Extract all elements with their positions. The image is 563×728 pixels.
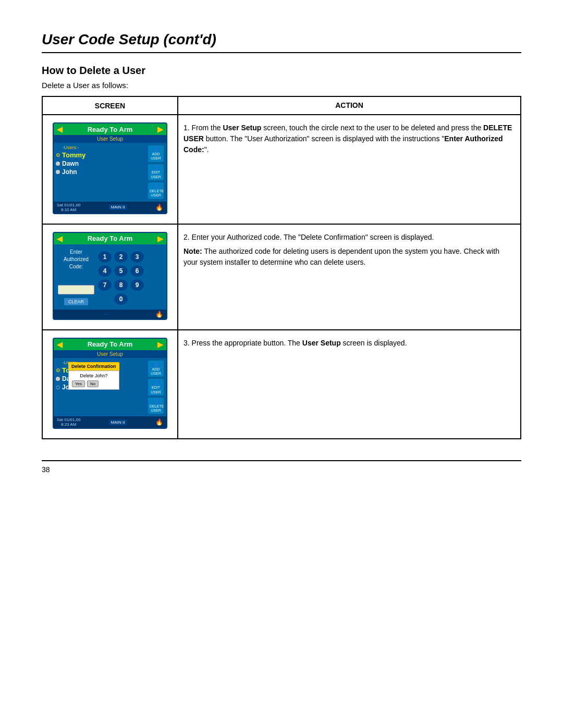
key-9[interactable]: 9 <box>130 279 144 291</box>
panel-3: ◀ Ready To Arm ▶ User Setup -Users:- ⊙ T… <box>53 338 167 429</box>
screen-cell-3: ◀ Ready To Arm ▶ User Setup -Users:- ⊙ T… <box>42 330 178 439</box>
panel2-back-icon: ◀ <box>57 235 63 243</box>
panel3-subheader: User Setup <box>54 350 166 358</box>
key-4[interactable]: 4 <box>97 265 112 277</box>
page-title: User Code Setup (cont'd) <box>42 31 521 53</box>
table-row: ◀ Ready To Arm ▶ User Setup -Users:- ⊙ T… <box>42 330 521 439</box>
confirm-body: Delete John? Yes No <box>68 371 119 390</box>
user3-bullet <box>56 170 60 174</box>
confirm-no-btn[interactable]: No <box>87 380 99 387</box>
panel3-edit-user-btn[interactable]: 👤 EDITUSER <box>148 378 164 396</box>
panel3-footer: Sat 01/01,008:23 AM MAIN II 🔥 <box>54 416 166 428</box>
action-text-2b: Note: The authorized code for deleting u… <box>183 246 515 268</box>
panel1-footer-time: Sat 01/01,008:10 AM <box>57 203 80 212</box>
panel3-back-icon: ◀ <box>57 340 63 349</box>
panel3-add-user-btn[interactable]: 👤 ADDUSER <box>148 360 164 378</box>
panel3-user2-bullet <box>56 377 60 381</box>
panel2-body: Enter Authorized Code: CLEAR 1 <box>54 244 166 310</box>
screen-cell-2: ◀ Ready To Arm ▶ Enter Authorized Code: <box>42 224 178 330</box>
panel3-footer-main: MAIN II <box>109 419 127 425</box>
col-header-action: ACTION <box>178 96 521 115</box>
panel1-user-1: ⊙ Tommy <box>56 151 85 159</box>
delete-confirm-overlay: Delete Confirmation Delete John? Yes No <box>68 362 119 390</box>
panel1-buttons: 👤 ADDUSER 👤 EDITUSER 👤 DELETEUSER <box>148 145 164 200</box>
panel1-user-list: -Users:- ⊙ Tommy Dawn <box>56 145 85 177</box>
key-5[interactable]: 5 <box>114 265 128 277</box>
confirm-title: Delete Confirmation <box>68 362 119 371</box>
edit-user-btn[interactable]: 👤 EDITUSER <box>148 164 164 181</box>
panel2-content: Enter Authorized Code: CLEAR 1 <box>58 249 162 305</box>
instructions-table: SCREEN ACTION ◀ Ready To Arm ▶ User Setu… <box>42 96 521 439</box>
panel2-footer: 🔥 <box>54 310 166 319</box>
action-cell-1: 1. From the User Setup screen, touch the… <box>178 115 521 224</box>
panel-1: ◀ Ready To Arm ▶ User Setup -Users:- ⊙ T… <box>53 122 167 214</box>
panel1-footer-icon: 🔥 <box>155 204 163 211</box>
panel3-header: ◀ Ready To Arm ▶ <box>54 339 166 350</box>
confirm-msg: Delete John? <box>72 373 116 378</box>
section-title: How to Delete a User <box>42 65 521 77</box>
panel3-body: -Users:- ⊙ Tommy Dawn ◌ <box>54 358 166 417</box>
col-header-screen: SCREEN <box>42 96 178 115</box>
key-7[interactable]: 7 <box>97 279 112 291</box>
keypad-row-1: 1 2 3 <box>97 251 144 263</box>
panel1-users-label: -Users:- <box>56 145 85 150</box>
keypad-row-4: 0 <box>97 293 144 305</box>
back-icon: ◀ <box>57 125 63 133</box>
action-text-2a: 2. Enter your Authorized code. The "Dele… <box>183 232 515 243</box>
panel2-input-display[interactable] <box>58 285 94 294</box>
confirm-buttons: Yes No <box>72 380 116 387</box>
panel1-body: -Users:- ⊙ Tommy Dawn <box>54 143 166 202</box>
panel2-label-area: Enter Authorized Code: CLEAR <box>58 249 94 305</box>
panel-2: ◀ Ready To Arm ▶ Enter Authorized Code: <box>53 232 167 320</box>
panel2-header-text: Ready To Arm <box>88 235 133 242</box>
panel2-clear-btn[interactable]: CLEAR <box>64 298 88 305</box>
panel1-subheader: User Setup <box>54 135 166 143</box>
panel1-user-row: -Users:- ⊙ Tommy Dawn <box>56 145 164 200</box>
user2-bullet <box>56 162 60 166</box>
delete-user-btn[interactable]: 👤 DELETEUSER <box>148 182 164 200</box>
keypad-row-3: 7 8 9 <box>97 279 144 291</box>
key-0[interactable]: 0 <box>114 293 128 305</box>
panel2-keypad: 1 2 3 4 5 6 <box>97 249 144 305</box>
key-6[interactable]: 6 <box>130 265 144 277</box>
panel2-footer-icon: 🔥 <box>155 311 163 318</box>
keypad-row-2: 4 5 6 <box>97 265 144 277</box>
table-row: ◀ Ready To Arm ▶ User Setup -Users:- ⊙ T… <box>42 115 521 224</box>
panel1-footer-main: MAIN II <box>109 204 127 210</box>
panel3-footer-time: Sat 01/01,008:23 AM <box>57 417 80 427</box>
panel1-header: ◀ Ready To Arm ▶ <box>54 124 166 135</box>
action-cell-2: 2. Enter your Authorized code. The "Dele… <box>178 224 521 330</box>
table-row: ◀ Ready To Arm ▶ Enter Authorized Code: <box>42 224 521 330</box>
panel3-header-text: Ready To Arm <box>88 340 133 348</box>
panel1-header-text: Ready To Arm <box>88 126 133 133</box>
panel3-footer-icon: 🔥 <box>155 418 163 426</box>
panel3-delete-user-btn[interactable]: 👤 DELETEUSER <box>148 397 164 415</box>
key-2[interactable]: 2 <box>114 251 128 263</box>
confirm-yes-btn[interactable]: Yes <box>72 380 85 387</box>
panel2-footer-main <box>104 314 108 315</box>
add-user-btn[interactable]: 👤 ADDUSER <box>148 145 164 163</box>
panel2-header: ◀ Ready To Arm ▶ <box>54 233 166 244</box>
action-cell-3: 3. Press the appropriate button. The Use… <box>178 330 521 439</box>
action-text-3: 3. Press the appropriate button. The Use… <box>183 338 515 349</box>
intro-text: Delete a User as follows: <box>42 81 521 90</box>
panel1-user-3: John <box>56 168 85 176</box>
keypad-grid: 1 2 3 4 5 6 <box>97 251 144 305</box>
panel1-user-2: Dawn <box>56 160 85 167</box>
key-1[interactable]: 1 <box>97 251 112 263</box>
arrow-icon: ▶ <box>157 125 163 133</box>
action-text-1: 1. From the User Setup screen, touch the… <box>183 122 515 155</box>
panel2-arrow-icon: ▶ <box>157 235 163 243</box>
page-number: 38 <box>42 460 521 474</box>
key-8[interactable]: 8 <box>114 279 128 291</box>
panel1-footer: Sat 01/01,008:10 AM MAIN II 🔥 <box>54 202 166 213</box>
screen-cell-1: ◀ Ready To Arm ▶ User Setup -Users:- ⊙ T… <box>42 115 178 224</box>
panel3-arrow-icon: ▶ <box>157 340 163 349</box>
panel3-buttons: 👤 ADDUSER 👤 EDITUSER 👤 DELETEUSER <box>148 360 164 415</box>
panel2-label: Enter Authorized Code: <box>58 249 94 270</box>
key-3[interactable]: 3 <box>130 251 144 263</box>
